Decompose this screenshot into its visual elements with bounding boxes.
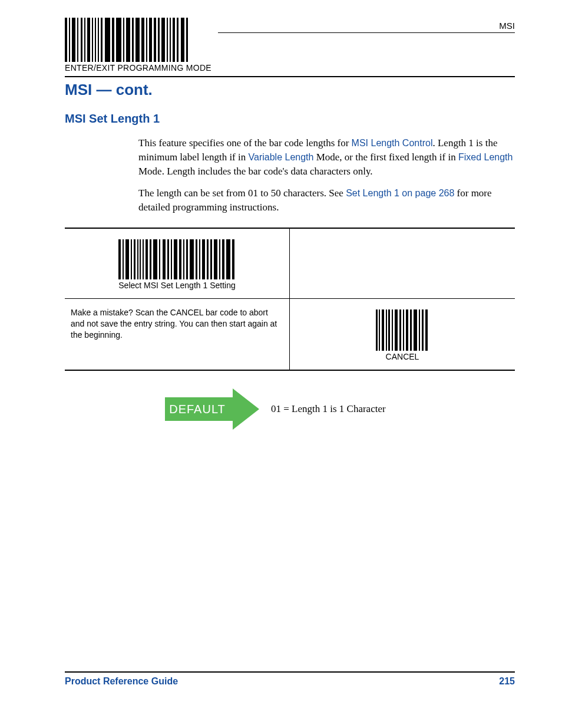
svg-rect-35 [137,239,138,279]
enter-exit-barcode: ENTER/EXIT PROGRAMMING MODE [65,18,515,73]
svg-rect-23 [161,18,165,62]
svg-rect-43 [167,239,169,279]
svg-rect-26 [173,18,175,62]
svg-rect-54 [210,239,212,279]
page: MSI [0,0,562,728]
svg-rect-12 [112,18,114,62]
empty-cell [290,229,515,298]
svg-rect-20 [149,18,152,62]
table-row: Select MSI Set Length 1 Setting [65,229,515,298]
cancel-barcode-cell: CANCEL [290,299,515,370]
footer-guide: Product Reference Guide [65,676,178,687]
subsection-title: MSI Set Length 1 [65,112,515,126]
svg-rect-48 [186,239,188,279]
svg-rect-32 [125,239,129,279]
svg-rect-69 [406,309,408,351]
footer: Product Reference Guide 215 [65,671,515,687]
svg-rect-44 [171,239,172,279]
svg-rect-46 [179,239,181,279]
svg-rect-49 [190,239,194,279]
barcode-icon [376,309,429,351]
svg-rect-27 [177,18,178,62]
svg-rect-33 [131,239,132,279]
svg-rect-2 [72,18,75,62]
cancel-instruction-text: Make a mistake? Scan the CANCEL bar code… [71,307,283,341]
arrow-right-icon: DEFAULT [165,388,259,430]
svg-rect-66 [395,309,398,351]
svg-rect-71 [414,309,417,351]
svg-rect-56 [219,239,220,279]
select-setting-label: Select MSI Set Length 1 Setting [118,281,235,290]
svg-rect-59 [232,239,234,279]
svg-rect-21 [154,18,156,62]
svg-rect-47 [183,239,184,279]
default-row: DEFAULT 01 = Length 1 is 1 Character [65,388,515,430]
svg-rect-29 [186,18,188,62]
svg-rect-62 [382,309,384,351]
header-rule [218,32,515,33]
cancel-barcode-label: CANCEL [386,352,419,361]
select-setting-cell: Select MSI Set Length 1 Setting [65,229,290,298]
svg-rect-38 [146,239,148,279]
paragraph-2: The length can be set from 01 to 50 char… [138,186,515,215]
link-variable-length[interactable]: Variable Length [249,152,314,162]
svg-rect-13 [116,18,121,62]
svg-rect-55 [214,239,217,279]
svg-rect-72 [419,309,420,351]
svg-rect-30 [118,239,121,279]
svg-rect-45 [174,239,177,279]
svg-rect-5 [84,18,85,62]
svg-rect-60 [376,309,378,351]
default-arrow-label: DEFAULT [169,403,226,416]
svg-rect-17 [135,18,140,62]
svg-rect-61 [379,309,380,351]
barcode-icon [118,239,236,279]
cancel-instruction-cell: Make a mistake? Scan the CANCEL bar code… [65,299,290,370]
barcode-icon [65,18,191,62]
barcode-table: Select MSI Set Length 1 Setting Make a m… [65,228,515,371]
svg-rect-1 [69,18,70,62]
default-arrow: DEFAULT [65,388,264,430]
body-text: This feature specifies one of the bar co… [138,136,515,215]
svg-rect-25 [170,18,171,62]
footer-page-number: 215 [499,676,515,687]
svg-rect-65 [392,309,393,351]
svg-rect-63 [386,309,387,351]
svg-rect-37 [143,239,144,279]
svg-rect-64 [388,309,390,351]
section-title: MSI — cont. [65,81,515,99]
svg-rect-39 [150,239,151,279]
svg-rect-6 [87,18,90,62]
svg-rect-4 [81,18,82,62]
svg-rect-31 [123,239,124,279]
table-row: Make a mistake? Scan the CANCEL bar code… [65,298,515,370]
svg-rect-58 [226,239,230,279]
header-right-label: MSI [499,21,515,31]
paragraph-1: This feature specifies one of the bar co… [138,136,515,178]
svg-rect-24 [167,18,168,62]
title-rule [65,76,515,77]
svg-rect-16 [132,18,134,62]
svg-rect-40 [153,239,157,279]
svg-rect-73 [422,309,424,351]
svg-rect-52 [202,239,205,279]
svg-rect-57 [222,239,224,279]
svg-rect-22 [158,18,160,62]
svg-rect-7 [92,18,93,62]
svg-rect-74 [425,309,428,351]
svg-rect-68 [403,309,404,351]
svg-rect-3 [77,18,78,62]
svg-rect-67 [399,309,401,351]
link-msi-length-control[interactable]: MSI Length Control [352,138,433,148]
link-set-length-1-page[interactable]: Set Length 1 on page 268 [346,188,454,198]
svg-rect-0 [65,18,67,62]
svg-rect-10 [101,18,103,62]
svg-rect-9 [98,18,99,62]
link-fixed-length[interactable]: Fixed Length [458,152,513,162]
svg-rect-8 [95,18,96,62]
svg-rect-53 [207,239,209,279]
svg-rect-42 [163,239,166,279]
svg-rect-11 [105,18,110,62]
svg-rect-28 [181,18,184,62]
svg-rect-50 [196,239,197,279]
